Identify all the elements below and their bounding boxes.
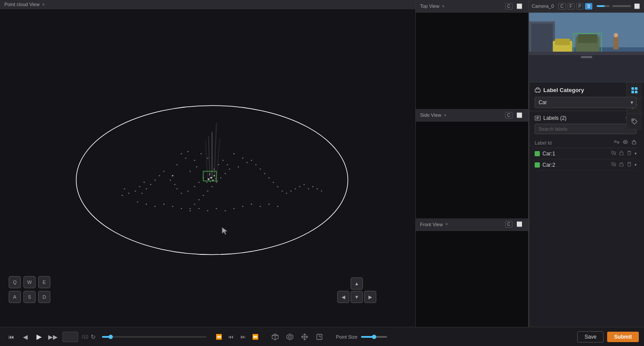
svg-point-15 [187, 191, 188, 191]
label-2-lock-icon[interactable] [619, 161, 624, 168]
3d-box-tool[interactable] [269, 331, 281, 343]
toolbar-tag-icon[interactable] [627, 114, 642, 129]
front-view-tab: Front View × C ⬜ [416, 218, 528, 231]
svg-point-9 [190, 171, 191, 172]
svg-point-43 [128, 193, 129, 194]
side-view-expand[interactable]: ⬜ [515, 111, 524, 119]
front-view-badge[interactable]: C [505, 221, 513, 227]
label-category-title: Label Category [535, 87, 637, 93]
prev-btn[interactable]: ◀ [19, 331, 31, 343]
key-row-2: A S D [9, 291, 50, 303]
camera-badge-f[interactable]: F [568, 3, 575, 10]
camera-image-container [529, 13, 644, 82]
svg-point-0 [76, 105, 348, 254]
search-labels-input[interactable] [535, 124, 637, 134]
svg-rect-114 [631, 87, 634, 90]
camera-badge-c[interactable]: C [558, 3, 565, 10]
label-row-2[interactable]: Car:2 ▾ [535, 159, 637, 171]
camera-badge-b[interactable]: B [585, 3, 592, 10]
svg-line-58 [205, 141, 207, 179]
playback-controls: ⏮ ◀ ▶ ▶▶ [5, 331, 59, 343]
svg-point-1 [181, 153, 182, 154]
svg-point-86 [181, 208, 182, 209]
front-view-expand[interactable]: ⬜ [515, 220, 524, 229]
label-row-2-actions: ▾ [611, 161, 637, 168]
refresh-btn[interactable]: ↻ [91, 333, 96, 340]
timeline-bar[interactable] [102, 336, 207, 338]
save-button[interactable]: Save [577, 331, 604, 343]
top-view-close[interactable]: × [442, 4, 444, 9]
rotate-tool[interactable] [284, 331, 296, 343]
svg-rect-113 [529, 52, 644, 55]
keyboard-hints: Q W E A S D [9, 276, 50, 303]
label-1-eye-off-icon[interactable] [611, 150, 616, 157]
submit-button[interactable]: Submit [607, 332, 639, 342]
frame-total: /10 [82, 334, 88, 339]
frame-input[interactable]: 1 [62, 332, 78, 342]
bottom-toolbar: ⏮ ◀ ▶ ▶▶ 1 /10 ↻ ⏪ ⏮ ⏭ ⏩ [0, 327, 644, 346]
svg-rect-105 [581, 56, 592, 58]
top-view-expand[interactable]: ⬜ [515, 2, 524, 10]
speed-prev-frame-btn[interactable]: ⏮ [226, 332, 236, 342]
label-2-eye-off-icon[interactable] [611, 161, 616, 168]
arrow-right-btn[interactable]: ▶ [364, 291, 376, 303]
speed-next-frame-btn[interactable]: ⏭ [238, 332, 248, 342]
front-view-label: Front View [420, 222, 443, 227]
camera-slider[interactable] [597, 5, 610, 7]
top-view-canvas [416, 13, 528, 110]
side-view-close[interactable]: × [444, 113, 447, 118]
speed-forward-btn[interactable]: ⏩ [250, 332, 260, 342]
svg-rect-107 [555, 39, 570, 45]
label-category-section: Label Category Car [529, 82, 642, 111]
svg-point-53 [217, 181, 218, 181]
camera-expand[interactable]: ⬜ [633, 2, 641, 10]
side-view-panel: Side View × C ⬜ [416, 109, 528, 218]
side-view-badge[interactable]: C [505, 112, 513, 119]
label-row-1[interactable]: Car:1 ▾ [535, 148, 637, 159]
svg-point-97 [277, 206, 278, 207]
top-view-badge[interactable]: C [505, 3, 513, 10]
label-2-expand-icon[interactable]: ▾ [634, 162, 637, 167]
svg-point-26 [220, 178, 221, 178]
top-view-panel: Top View × C ⬜ [416, 0, 528, 109]
arrow-down-btn[interactable]: ▼ [351, 291, 363, 303]
svg-point-47 [212, 179, 214, 181]
side-view-tab: Side View × C ⬜ [416, 109, 528, 122]
svg-point-93 [242, 206, 243, 207]
next-btn[interactable]: ▶▶ [47, 331, 59, 343]
front-view-close[interactable]: × [445, 222, 448, 227]
label-2-delete-icon[interactable] [627, 161, 632, 168]
svg-point-38 [146, 188, 147, 189]
move-tool[interactable] [299, 331, 311, 343]
key-w: W [23, 276, 36, 288]
skip-start-btn[interactable]: ⏮ [5, 331, 17, 343]
svg-point-37 [150, 184, 151, 185]
scale-tool[interactable] [313, 331, 325, 343]
label-1-lock-icon[interactable] [619, 150, 624, 157]
play-btn[interactable]: ▶ [33, 331, 45, 343]
svg-point-51 [215, 178, 216, 179]
label-1-delete-icon[interactable] [627, 150, 632, 157]
arrow-up-btn[interactable]: ▲ [351, 277, 363, 290]
label-1-expand-icon[interactable]: ▾ [634, 151, 637, 156]
svg-point-65 [256, 164, 256, 165]
timeline-section: 1 /10 ↻ [62, 332, 210, 342]
category-select[interactable]: Car [535, 97, 637, 108]
label-table-header: Label Id [535, 138, 637, 148]
svg-point-73 [290, 191, 291, 191]
point-size-slider[interactable] [361, 336, 387, 338]
point-cloud-tab-label: Point cloud View [4, 2, 39, 7]
toolbar-grid-icon[interactable] [627, 82, 642, 98]
arrow-left-btn[interactable]: ◀ [337, 291, 349, 303]
point-cloud-close[interactable]: × [42, 2, 45, 7]
point-size-control: Point Size [336, 334, 387, 339]
svg-point-35 [159, 175, 160, 176]
point-cloud-canvas[interactable]: Q W E A S D ▲ ◀ [0, 9, 415, 325]
svg-point-87 [190, 210, 191, 211]
speed-rewind-btn[interactable]: ⏪ [214, 332, 224, 342]
svg-rect-134 [628, 163, 631, 166]
labels-panel: Label Category Car Labels (2) [529, 82, 642, 327]
front-view-canvas [416, 231, 528, 327]
camera-panel-tab: Camera_0 C F P B ⬜ [529, 0, 644, 13]
camera-badge-p[interactable]: P [576, 3, 584, 10]
